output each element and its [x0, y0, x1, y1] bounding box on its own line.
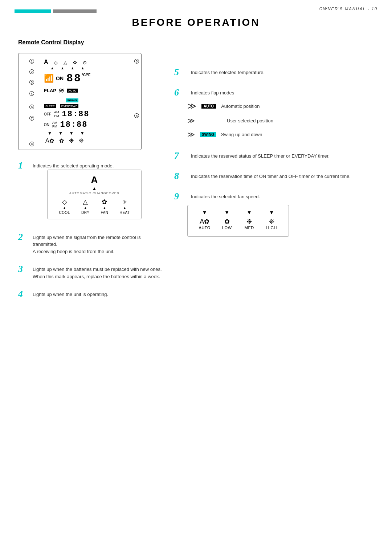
- rd-swing-badge: SWING: [66, 98, 78, 102]
- fan-med-icon: ❉: [246, 218, 252, 226]
- circle-5: 5: [134, 59, 139, 64]
- item-4: 4 Lights up when the unit is operating.: [18, 289, 163, 299]
- item-8: 8 Indicates the reservation time of ON t…: [174, 171, 381, 181]
- fan-low-label: LOW: [222, 226, 232, 230]
- rd-time2: 18:88: [60, 120, 88, 129]
- item-3-text: Lights up when the batteries must be rep…: [33, 264, 163, 280]
- rd-down-arr2: ▼: [58, 131, 63, 136]
- rd-on2-label: ON: [44, 123, 49, 127]
- item-9-num: 9: [174, 192, 187, 201]
- fan-arr3: ▼: [247, 210, 252, 215]
- circle-4: 4: [29, 91, 34, 96]
- flap-swing-badge: SWING: [200, 132, 216, 137]
- rd-cf-label: °C/°F: [82, 73, 90, 77]
- dry-arrow: ▲: [83, 206, 87, 210]
- rd-off-label: OFF: [44, 112, 51, 116]
- left-column: 1 2 3 4 6 7 9 A ◇ △ ✿ ⊙: [11, 53, 163, 308]
- dry-label: DRY: [81, 211, 89, 215]
- fan-arrow: ▲: [103, 206, 106, 210]
- manual-label: OWNER'S MANUAL - 10: [319, 7, 377, 11]
- rd-drop-icon: △: [64, 60, 67, 65]
- item-9: 9 Indicates the selected fan speed. ▼ ▼ …: [174, 192, 381, 237]
- rd-bot-icon4: ❊: [79, 137, 83, 144]
- fan-arr2: ▼: [224, 210, 229, 215]
- circle-7: 7: [29, 116, 34, 121]
- fan-med-label: MED: [245, 226, 254, 230]
- cool-label: COOL: [59, 211, 70, 215]
- fan-arrows-row: ▼ ▼ ▼ ▼: [193, 210, 283, 215]
- item-6: 6 Indicates flap modes ≫ AUTO Automatic …: [174, 88, 381, 144]
- cyan-bar: [15, 9, 51, 13]
- item-2: 2 Lights up when the signal from the rem…: [18, 232, 163, 255]
- rd-sun-icon: ◇: [54, 60, 58, 65]
- circle-2: 2: [29, 69, 34, 74]
- rd-am1: AMPM: [54, 111, 59, 118]
- rd-everyday-badge: EVERYDAY: [60, 104, 78, 108]
- item-5-num: 5: [174, 68, 187, 77]
- mode-auto-changeover: AUTOMATIC CHANGEOVER: [53, 191, 135, 195]
- heat-icon: ✳: [122, 199, 127, 205]
- item-5: 5 Indicates the selected temperature.: [174, 68, 381, 77]
- item-5-text: Indicates the selected temperature.: [191, 68, 265, 76]
- rd-sleep-badge: SLEEP: [44, 104, 56, 108]
- mode-heat: ✳ ▲ HEAT: [120, 199, 130, 215]
- rd-bot-icon1: A✿: [45, 137, 54, 144]
- item-1-text: Indicates the selected operating mode.: [33, 161, 142, 170]
- section-title: Remote Control Display: [18, 39, 392, 46]
- rd-fan-icon: ✿: [73, 60, 77, 65]
- mode-cool: ◇ ▲ COOL: [59, 199, 70, 215]
- item-4-text: Lights up when the unit is operating.: [33, 289, 108, 298]
- gray-bar: [53, 9, 97, 13]
- flap-auto-sym: ≫: [187, 101, 196, 111]
- item-7-num: 7: [174, 151, 187, 161]
- flap-auto-row: ≫ AUTO Automatic position: [187, 101, 273, 111]
- fan-icon: ✿: [102, 199, 107, 205]
- item-2-num: 2: [18, 232, 29, 242]
- rd-a-letter: A: [44, 59, 48, 65]
- item-6-text: Indicates flap modes: [191, 88, 234, 97]
- flap-user-row: ≫ User selected position: [187, 116, 273, 125]
- fan-high-icon: ❊: [269, 218, 274, 226]
- flap-user-desc: User selected position: [227, 118, 273, 123]
- rd-arr3: ▲: [71, 66, 74, 70]
- cool-arrow: ▲: [63, 206, 66, 210]
- rd-arr2: ▲: [61, 66, 64, 70]
- cool-icon: ◇: [62, 199, 67, 205]
- rd-down-arr4: ▼: [80, 131, 85, 136]
- flap-auto-desc: Automatic position: [221, 103, 260, 109]
- mode-dry: △ ▲ DRY: [81, 199, 89, 215]
- flap-modes-section: ≫ AUTO Automatic position ≫ User selecte…: [174, 101, 273, 144]
- fan-high: ❊ HIGH: [262, 218, 282, 230]
- fan-label: FAN: [101, 211, 108, 215]
- item-8-num: 8: [174, 171, 187, 181]
- fan-high-label: HIGH: [266, 226, 277, 230]
- item-2-text: Lights up when the signal from the remot…: [33, 232, 163, 255]
- circle-9: 9: [29, 142, 34, 146]
- item-6-num: 6: [174, 88, 187, 97]
- fan-arr1: ▼: [202, 210, 207, 215]
- circle-1: 1: [29, 59, 34, 64]
- item-1-num: 1: [18, 161, 29, 170]
- fan-auto-label: AUTO: [199, 226, 211, 230]
- flap-user-sym: ≫: [187, 116, 195, 125]
- rd-auto-badge: AUTO: [67, 89, 78, 93]
- circle-6: 6: [29, 105, 34, 109]
- mode-box: A ▲ AUTOMATIC CHANGEOVER ◇ ▲ COOL △ ▲ DR…: [47, 170, 142, 219]
- circle-8: 8: [134, 113, 139, 118]
- fan-icons-row: A✿ AUTO ✿ LOW ❉ MED ❊ HIGH: [193, 218, 283, 230]
- fan-arr4: ▼: [269, 210, 274, 215]
- fan-low-icon: ✿: [224, 218, 230, 226]
- fan-med: ❉ MED: [239, 218, 259, 230]
- rd-heat-icon: ⊙: [83, 60, 87, 65]
- heat-arrow: ▲: [123, 206, 127, 210]
- heat-label: HEAT: [120, 211, 130, 215]
- item-4-num: 4: [18, 289, 29, 299]
- rd-time1: 18:88: [62, 110, 90, 119]
- rd-bot-icon3: ❉: [69, 137, 74, 144]
- item-7: 7 Indicates the reserved status of SLEEP…: [174, 151, 381, 161]
- rd-arr1: ▲: [50, 66, 54, 70]
- rd-down-arr3: ▼: [69, 131, 74, 136]
- circle-3: 3: [29, 80, 34, 85]
- item-8-text: Indicates the reservation time of ON tim…: [191, 171, 351, 180]
- mode-fan: ✿ ▲ FAN: [101, 199, 108, 215]
